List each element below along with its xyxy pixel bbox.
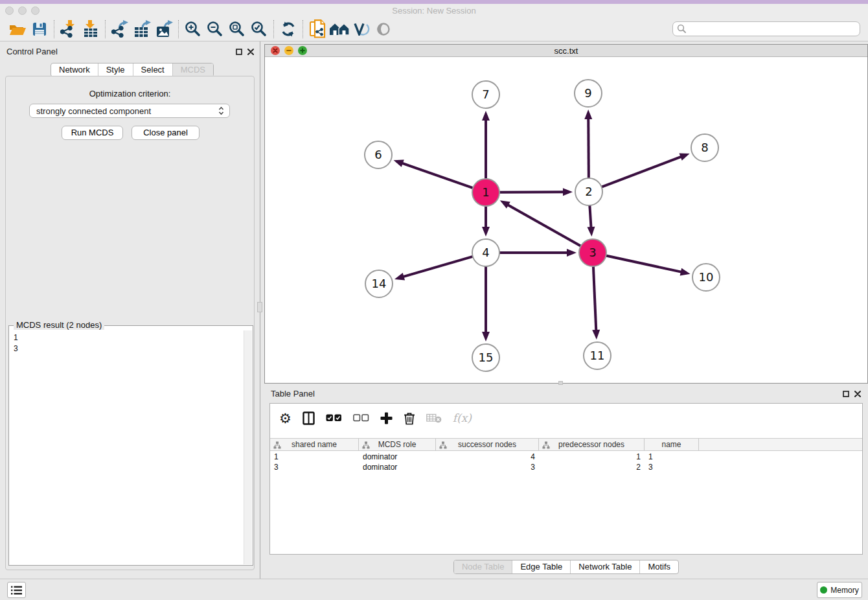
table-cell[interactable]: 3 bbox=[645, 462, 699, 472]
zoom-fit-button[interactable] bbox=[226, 19, 248, 40]
graph-edge-3-11[interactable] bbox=[593, 266, 596, 332]
table-tab-motifs[interactable]: Motifs bbox=[639, 560, 678, 573]
graph-edge-2-3[interactable] bbox=[589, 205, 591, 229]
delete-table-button[interactable] bbox=[426, 408, 442, 428]
function-builder-button[interactable]: f(x) bbox=[453, 408, 472, 428]
graph-edge-1-6[interactable] bbox=[401, 163, 473, 188]
window-resize-handle[interactable] bbox=[558, 381, 563, 385]
deselect-all-button[interactable] bbox=[353, 408, 369, 428]
graph-edge-2-8[interactable] bbox=[602, 156, 683, 187]
edge-arrowhead-icon bbox=[679, 154, 689, 161]
graph-edge-1-2[interactable] bbox=[499, 192, 565, 192]
table-cell[interactable]: 2 bbox=[539, 462, 645, 472]
search-icon bbox=[677, 24, 687, 34]
table-row[interactable]: 3dominator323 bbox=[270, 462, 862, 472]
memory-label: Memory bbox=[830, 586, 858, 595]
table-panel-close-button[interactable] bbox=[853, 389, 862, 398]
column-header-successor-nodes[interactable]: successor nodes bbox=[436, 439, 539, 450]
column-header-mcds-role[interactable]: MCDS role bbox=[359, 439, 436, 450]
control-panel-close-button[interactable] bbox=[246, 47, 255, 56]
zoom-in-button[interactable] bbox=[182, 19, 204, 40]
table-cell[interactable]: 1 bbox=[539, 452, 645, 462]
control-panel-float-button[interactable] bbox=[234, 47, 244, 56]
import-network-icon bbox=[60, 20, 78, 38]
panel-divider-grip[interactable] bbox=[257, 302, 262, 312]
optimization-criterion-label: Optimization criterion: bbox=[6, 89, 254, 98]
add-column-button[interactable] bbox=[380, 408, 393, 428]
column-header-predecessor-nodes[interactable]: predecessor nodes bbox=[539, 439, 645, 450]
zoom-in-icon bbox=[185, 21, 201, 38]
control-tab-style[interactable]: Style bbox=[98, 63, 133, 76]
memory-button[interactable]: Memory bbox=[817, 582, 862, 598]
home-icon bbox=[329, 23, 350, 36]
import-network-button[interactable] bbox=[58, 19, 80, 40]
export-network-button[interactable] bbox=[109, 19, 131, 40]
search-field[interactable] bbox=[672, 21, 860, 36]
network-from-selection-button[interactable] bbox=[306, 19, 328, 40]
table-cell[interactable]: 1 bbox=[645, 452, 699, 462]
table-panel-tabs: Node TableEdge TableNetwork TableMotifs bbox=[264, 560, 868, 575]
table-panel-float-button[interactable] bbox=[841, 389, 851, 398]
plus-icon bbox=[380, 412, 393, 424]
column-header-shared-name[interactable]: shared name bbox=[270, 439, 359, 450]
open-session-button[interactable] bbox=[6, 19, 29, 40]
table-cell[interactable]: 4 bbox=[436, 452, 539, 462]
export-image-button[interactable] bbox=[153, 19, 175, 40]
graph-edge-4-14[interactable] bbox=[402, 257, 473, 277]
table-cell[interactable]: 3 bbox=[270, 462, 359, 472]
network-view-window: scc.txt 7968124314101511 bbox=[264, 44, 868, 384]
delete-column-button[interactable] bbox=[404, 408, 415, 428]
select-stepper-icon bbox=[218, 106, 224, 115]
hide-graphics-details-button[interactable] bbox=[372, 19, 394, 40]
table-row[interactable]: 1dominator411 bbox=[270, 452, 862, 462]
control-tab-mcds[interactable]: MCDS bbox=[172, 63, 213, 76]
export-image-icon bbox=[155, 20, 173, 38]
mcds-result-list[interactable]: 13 bbox=[9, 330, 244, 565]
network-canvas[interactable]: 7968124314101511 bbox=[265, 57, 867, 383]
graph-edge-2-9[interactable] bbox=[588, 117, 589, 178]
toolbar-separator bbox=[54, 20, 54, 38]
graph-node-label-7: 7 bbox=[482, 87, 489, 101]
result-line: 3 bbox=[14, 343, 239, 354]
table-cell[interactable]: dominator bbox=[359, 452, 436, 462]
trash-icon bbox=[404, 411, 415, 425]
table-cell[interactable]: 1 bbox=[270, 452, 359, 462]
table-settings-button[interactable]: ⚙ bbox=[279, 408, 291, 428]
search-input[interactable] bbox=[687, 23, 860, 35]
table-tab-network-table[interactable]: Network Table bbox=[570, 560, 639, 573]
table-tab-edge-table[interactable]: Edge Table bbox=[512, 560, 570, 573]
session-home-button[interactable] bbox=[328, 19, 350, 40]
delete-table-icon bbox=[426, 413, 442, 423]
table-cell[interactable]: 3 bbox=[436, 462, 539, 472]
table-toolbar: ⚙ bbox=[270, 404, 862, 432]
task-history-button[interactable] bbox=[7, 582, 26, 598]
optimization-criterion-select[interactable]: strongly connected component bbox=[29, 104, 230, 118]
mcds-result-title: MCDS result (2 nodes) bbox=[14, 320, 104, 330]
save-icon bbox=[32, 22, 47, 36]
result-scrollbar[interactable] bbox=[244, 330, 252, 564]
table-cell[interactable]: dominator bbox=[359, 462, 436, 472]
close-panel-button[interactable]: Close panel bbox=[131, 126, 200, 140]
control-tab-network[interactable]: Network bbox=[51, 63, 98, 76]
control-tab-select[interactable]: Select bbox=[133, 63, 172, 76]
export-network-icon bbox=[111, 20, 129, 38]
zoom-out-button[interactable] bbox=[204, 19, 226, 40]
import-table-button[interactable] bbox=[80, 19, 102, 40]
graph-edge-3-10[interactable] bbox=[606, 255, 683, 272]
graph-node-label-14: 14 bbox=[372, 277, 387, 290]
edge-arrowhead-icon bbox=[592, 330, 600, 340]
run-mcds-button[interactable]: Run MCDS bbox=[62, 126, 123, 140]
column-header-name[interactable]: name bbox=[645, 439, 699, 450]
show-columns-button[interactable] bbox=[303, 408, 315, 428]
export-table-button[interactable] bbox=[131, 19, 153, 40]
mcds-panel: Optimization criterion: strongly connect… bbox=[5, 76, 255, 570]
show-graphics-details-button[interactable] bbox=[350, 19, 372, 40]
save-session-button[interactable] bbox=[29, 19, 51, 40]
zoom-out-icon bbox=[207, 21, 223, 38]
edge-arrowhead-icon bbox=[587, 227, 595, 237]
apply-layout-button[interactable] bbox=[277, 19, 299, 40]
graph-edge-3-1[interactable] bbox=[507, 204, 580, 246]
select-all-button[interactable] bbox=[326, 408, 342, 428]
zoom-selected-button[interactable] bbox=[248, 19, 270, 40]
table-tab-node-table[interactable]: Node Table bbox=[454, 560, 512, 573]
